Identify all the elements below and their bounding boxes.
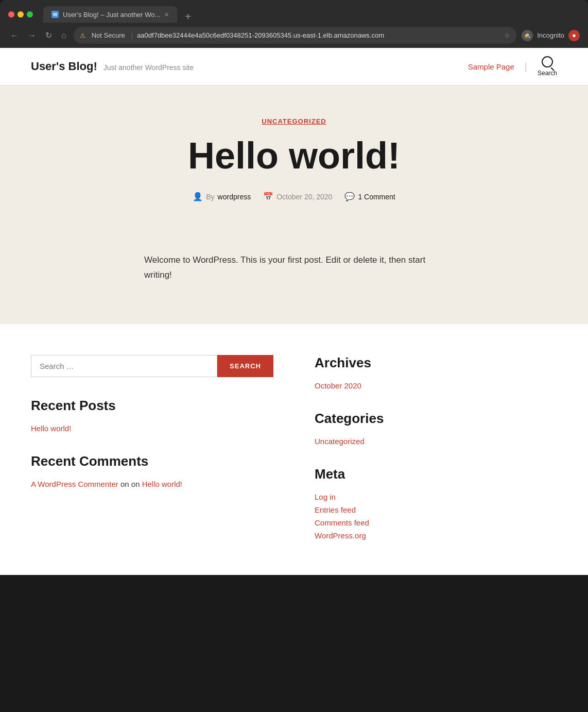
calendar-icon: 📅 [263,192,273,201]
traffic-lights [8,11,33,18]
minimize-window-button[interactable] [18,11,24,18]
footer-section: SEARCH Recent Posts Hello world! Recent … [0,324,588,575]
category-link[interactable]: Uncategorized [315,437,557,446]
right-widgets: Archives October 2020 Categories Uncateg… [315,355,557,544]
search-button[interactable]: Search [538,56,557,77]
back-button[interactable]: ← [8,29,21,42]
browser-tab[interactable]: W User's Blog! – Just another Wo... × [43,6,177,23]
by-label: By [206,193,214,201]
comment-icon: 💬 [344,192,355,201]
categories-title: Categories [315,411,557,427]
meta-login-link[interactable]: Log in [315,493,557,501]
home-button[interactable]: ⌂ [59,29,68,42]
left-widgets: SEARCH Recent Posts Hello world! Recent … [31,355,273,544]
post-meta: 👤 By wordpress 📅 October 20, 2020 💬 1 Co… [31,192,557,201]
post-date-meta: 📅 October 20, 2020 [263,192,332,201]
comments-link[interactable]: 1 Comment [358,193,395,201]
title-bar: W User's Blog! – Just another Wo... × + [0,0,588,23]
comment-on-text: on [120,480,129,488]
meta-comments-feed-link[interactable]: Comments feed [315,518,557,527]
incognito-icon: 🕵 [522,30,533,41]
archive-link[interactable]: October 2020 [315,381,557,390]
comment-on-text-word: on [131,480,142,488]
categories-widget: Categories Uncategorized [315,411,557,446]
tab-favicon: W [51,11,59,18]
search-input[interactable] [31,355,217,377]
recent-post-link[interactable]: Hello world! [31,424,273,433]
browser-toolbar: ← → ↻ ⌂ ⚠ Not Secure | aa0df7dbee32444e4… [0,23,588,48]
address-bar[interactable]: ⚠ Not Secure | aa0df7dbee32444e4a50c6edf… [74,27,517,44]
security-icon: ⚠ [80,32,85,39]
comment-author-link[interactable]: A WordPress Commenter [31,480,118,488]
meta-widget: Meta Log in Entries feed Comments feed W… [315,466,557,540]
author-icon: 👤 [193,192,203,201]
recent-comment-item: A WordPress Commenter on on Hello world! [31,480,273,488]
refresh-button[interactable]: ↻ [43,28,54,42]
profile-dot[interactable]: ● [568,30,580,41]
post-author-meta: 👤 By wordpress [193,192,251,201]
search-icon [542,56,553,67]
recent-posts-widget: Recent Posts Hello world! [31,398,273,433]
author-link[interactable]: wordpress [218,193,251,201]
tab-close-button[interactable]: × [164,10,168,19]
search-label: Search [538,70,557,77]
site-title[interactable]: User's Blog! [31,60,97,73]
bookmark-icon[interactable]: ☆ [504,31,510,39]
post-date: October 20, 2020 [276,193,332,201]
forward-button[interactable]: → [26,29,38,42]
nav-divider: | [525,61,527,73]
meta-wordpress-org-link[interactable]: WordPress.org [315,531,557,540]
url-text[interactable]: aa0df7dbee32444e4a50c6edf0348251-2093605… [137,31,500,39]
site-header: User's Blog! Just another WordPress site… [0,48,588,86]
meta-entries-feed-link[interactable]: Entries feed [315,505,557,514]
meta-title: Meta [315,466,557,482]
post-content: Welcome to WordPress. This is your first… [144,253,444,283]
site-branding: User's Blog! Just another WordPress site [31,60,194,73]
recent-comments-title: Recent Comments [31,453,273,469]
hero-section: UNCATEGORIZED Hello world! 👤 By wordpres… [0,86,588,243]
new-tab-button[interactable]: + [181,11,196,23]
recent-comments-widget: Recent Comments A WordPress Commenter on… [31,453,273,488]
search-widget: SEARCH [31,355,273,377]
incognito-area: 🕵 Incognito ● [522,30,580,41]
tab-title: User's Blog! – Just another Wo... [63,11,160,19]
site-nav: Sample Page | Search [468,56,557,77]
comment-post-link[interactable]: Hello world! [142,480,182,488]
maximize-window-button[interactable] [27,11,33,18]
recent-posts-title: Recent Posts [31,398,273,414]
post-content-area: Welcome to WordPress. This is your first… [0,243,588,324]
post-category-link[interactable]: UNCATEGORIZED [262,117,326,125]
post-comments-meta: 💬 1 Comment [344,192,395,201]
incognito-label: Incognito [537,31,564,39]
post-title: Hello world! [31,135,557,176]
archives-widget: Archives October 2020 [315,355,557,390]
tabs-bar: W User's Blog! – Just another Wo... × + [43,6,195,23]
sample-page-link[interactable]: Sample Page [468,62,514,71]
browser-window: W User's Blog! – Just another Wo... × + … [0,0,588,48]
site-wrapper: User's Blog! Just another WordPress site… [0,48,588,575]
site-tagline: Just another WordPress site [103,63,194,72]
archives-title: Archives [315,355,557,371]
search-submit-button[interactable]: SEARCH [217,355,273,377]
security-label: Not Secure [90,29,127,41]
close-window-button[interactable] [8,11,14,18]
